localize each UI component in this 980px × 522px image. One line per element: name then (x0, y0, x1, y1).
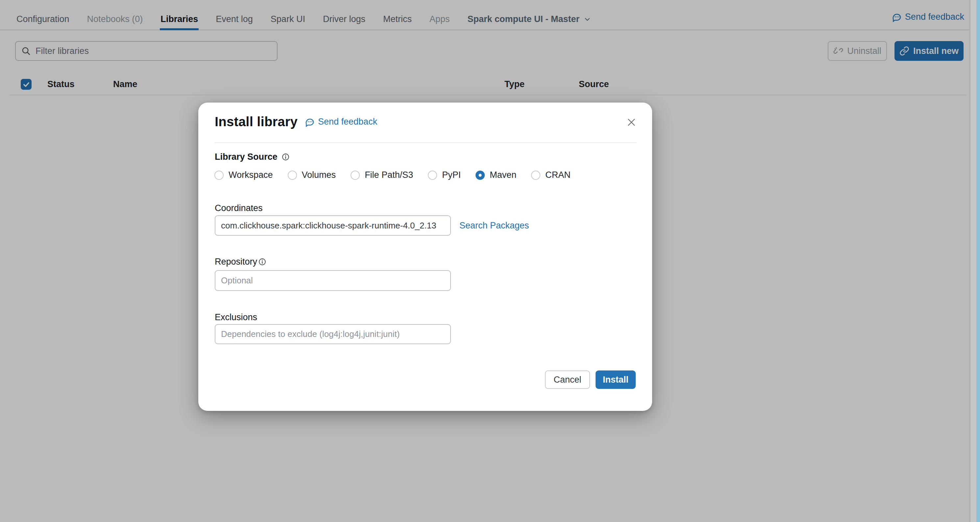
radio-icon (428, 171, 437, 180)
window-edge (969, 0, 980, 522)
radio-label: Workspace (229, 170, 273, 180)
radio-option-cran[interactable]: CRAN (531, 170, 571, 180)
radio-option-pypi[interactable]: PyPI (428, 170, 461, 180)
modal-header-divider (215, 142, 636, 143)
radio-option-maven[interactable]: Maven (476, 170, 516, 180)
radio-selected-icon (476, 171, 485, 180)
exclusions-input[interactable] (215, 324, 451, 344)
exclusions-label-row: Exclusions (215, 312, 257, 322)
info-icon[interactable] (282, 153, 290, 161)
library-source-radio-group: Workspace Volumes File Path/S3 PyPI Mave… (215, 170, 571, 180)
repository-input[interactable] (215, 270, 451, 291)
window-edge-strip (976, 0, 980, 522)
exclusions-label: Exclusions (215, 312, 257, 322)
coordinates-input[interactable] (215, 215, 451, 236)
modal-send-feedback-link[interactable]: Send feedback (305, 117, 377, 127)
cancel-button[interactable]: Cancel (545, 370, 590, 389)
radio-label: Maven (490, 170, 516, 180)
install-library-modal: Install library Send feedback Library So… (198, 103, 652, 411)
search-packages-link[interactable]: Search Packages (460, 221, 529, 231)
modal-footer: Cancel Install (545, 370, 636, 389)
radio-option-volumes[interactable]: Volumes (288, 170, 336, 180)
speech-bubble-icon (305, 117, 315, 127)
library-source-label: Library Source (215, 152, 278, 162)
scrollbar-gutter (970, 0, 976, 522)
coordinates-label: Coordinates (215, 203, 263, 213)
modal-title: Install library (215, 114, 298, 129)
repository-label: Repository (215, 257, 257, 267)
library-source-label-row: Library Source (215, 152, 290, 162)
radio-icon (215, 171, 224, 180)
spark-compute-libraries-screen: Configuration Notebooks (0) Libraries Ev… (0, 0, 980, 522)
radio-label: File Path/S3 (365, 170, 413, 180)
modal-header: Install library Send feedback (215, 114, 377, 129)
radio-icon (288, 171, 297, 180)
repository-label-row: Repository (215, 257, 266, 267)
radio-label: PyPI (442, 170, 461, 180)
radio-icon (350, 171, 360, 180)
radio-label: CRAN (545, 170, 571, 180)
info-icon[interactable] (258, 258, 266, 266)
radio-label: Volumes (302, 170, 336, 180)
modal-send-feedback-label: Send feedback (318, 117, 377, 127)
radio-option-workspace[interactable]: Workspace (215, 170, 273, 180)
coordinates-row: Search Packages (215, 215, 529, 236)
radio-option-file-path-s3[interactable]: File Path/S3 (350, 170, 413, 180)
radio-icon (531, 171, 540, 180)
coordinates-label-row: Coordinates (215, 203, 263, 213)
install-button[interactable]: Install (595, 370, 636, 389)
close-icon[interactable] (626, 117, 637, 127)
